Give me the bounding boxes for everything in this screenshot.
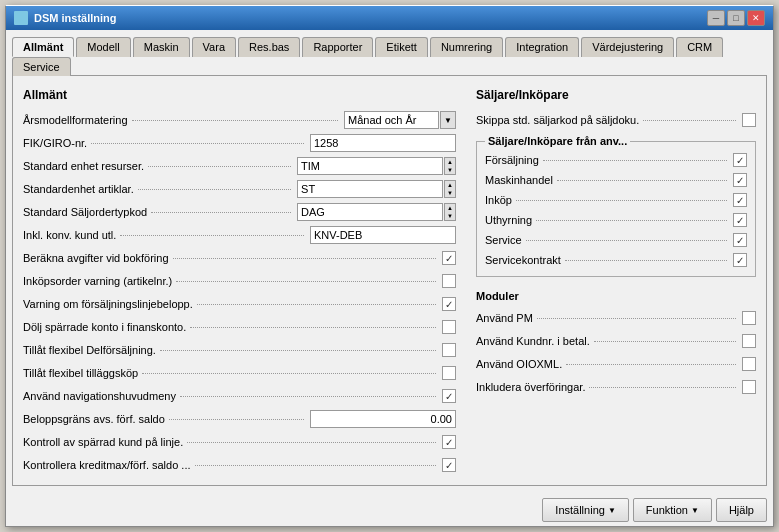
window-body: Allmänt Modell Maskin Vara Res.bas Rappo… (6, 30, 773, 492)
tab-modell[interactable]: Modell (76, 37, 130, 57)
label-kreditmax: Kontrollera kreditmax/förf. saldo ... (23, 459, 191, 471)
checkbox-anvand-kundnr[interactable] (742, 334, 756, 348)
subsection-title-saljare: Säljare/Inköpare från anv... (485, 135, 630, 147)
spin-enhet-artiklar[interactable]: ▲ ▼ (444, 180, 456, 198)
label-kontroll-spar: Kontroll av spärrad kund på linje. (23, 436, 183, 448)
field-servicekontrakt: Servicekontrakt (485, 250, 747, 270)
checkbox-anvand-pm[interactable] (742, 311, 756, 325)
tab-vardejustering[interactable]: Värdejustering (581, 37, 674, 57)
tab-service[interactable]: Service (12, 57, 71, 76)
checkbox-forsaljning[interactable] (733, 153, 747, 167)
checkbox-maskinhandel[interactable] (733, 173, 747, 187)
checkbox-kreditmax[interactable] (442, 458, 456, 472)
label-flexibel-del: Tillåt flexibel Delförsäljning. (23, 344, 156, 356)
label-inkopsorder-varning: Inköpsorder varning (artikelnr.) (23, 275, 172, 287)
label-dolj-spar: Dölj spärrade konto i finanskonto. (23, 321, 186, 333)
label-forsaljning: Försäljning (485, 154, 539, 166)
tab-etikett[interactable]: Etikett (375, 37, 428, 57)
maximize-button[interactable]: □ (727, 10, 745, 26)
field-service: Service (485, 230, 747, 250)
tab-vara[interactable]: Vara (192, 37, 236, 57)
spin-enhet-resurser[interactable]: ▲ ▼ (444, 157, 456, 175)
label-uthyrning: Uthyrning (485, 214, 532, 226)
label-maskinhandel: Maskinhandel (485, 174, 553, 186)
field-inkop: Inköp (485, 190, 747, 210)
funktion-button[interactable]: Funktion ▼ (633, 498, 712, 522)
field-anvand-pm: Använd PM (476, 308, 756, 328)
input-saljordertypkod[interactable] (297, 203, 443, 221)
label-servicekontrakt: Servicekontrakt (485, 254, 561, 266)
checkbox-servicekontrakt[interactable] (733, 253, 747, 267)
title-bar-left: DSM inställning (14, 11, 117, 25)
tab-maskin[interactable]: Maskin (133, 37, 190, 57)
field-flexibel-del: Tillåt flexibel Delförsäljning. (23, 340, 456, 360)
label-enhet-artiklar: Standardenhet artiklar. (23, 183, 134, 195)
footer: Inställning ▼ Funktion ▼ Hjälp (6, 492, 773, 526)
instllning-button[interactable]: Inställning ▼ (542, 498, 628, 522)
label-saljordertypkod: Standard Säljordertypkod (23, 206, 147, 218)
field-inkludera-overfor: Inkludera överföringar. (476, 377, 756, 397)
minimize-button[interactable]: ─ (707, 10, 725, 26)
checkbox-nav-huvud[interactable] (442, 389, 456, 403)
title-buttons: ─ □ ✕ (707, 10, 765, 26)
label-berakna-avgifter: Beräkna avgifter vid bokföring (23, 252, 169, 264)
tab-allmaent[interactable]: Allmänt (12, 37, 74, 57)
tab-resbas[interactable]: Res.bas (238, 37, 300, 57)
hjalp-label: Hjälp (729, 504, 754, 516)
field-maskinhandel: Maskinhandel (485, 170, 747, 190)
modules-title: Moduler (476, 290, 756, 302)
checkbox-service[interactable] (733, 233, 747, 247)
hjalp-button[interactable]: Hjälp (716, 498, 767, 522)
checkbox-flexibel-tillagg[interactable] (442, 366, 456, 380)
group-saljare-inlopare: Säljare/Inköpare från anv... Försäljning (476, 141, 756, 277)
label-varning-forsaljning: Varning om försäljningslinjebelopp. (23, 298, 193, 310)
checkbox-inkop[interactable] (733, 193, 747, 207)
label-aarsmodell: Årsmodellformatering (23, 114, 128, 126)
input-belopps[interactable] (310, 410, 456, 428)
tab-integration[interactable]: Integration (505, 37, 579, 57)
field-nav-huvud: Använd navigationshuvudmeny (23, 386, 456, 406)
field-varning-forsaljning: Varning om försäljningslinjebelopp. (23, 294, 456, 314)
field-konv-kund: Inkl. konv. kund utl. (23, 225, 456, 245)
field-kontroll-spar: Kontroll av spärrad kund på linje. (23, 432, 456, 452)
tab-rapporter[interactable]: Rapporter (302, 37, 373, 57)
checkbox-anvand-oioxml[interactable] (742, 357, 756, 371)
field-berakna-avgifter: Beräkna avgifter vid bokföring (23, 248, 456, 268)
left-section-title: Allmänt (23, 88, 456, 102)
checkbox-skippa-saljarkod[interactable] (742, 113, 756, 127)
checkbox-dolj-spar[interactable] (442, 320, 456, 334)
tab-numrering[interactable]: Numrering (430, 37, 503, 57)
spin-saljordertypkod[interactable]: ▲ ▼ (444, 203, 456, 221)
checkbox-varning-forsaljning[interactable] (442, 297, 456, 311)
close-button[interactable]: ✕ (747, 10, 765, 26)
label-anvand-kundnr: Använd Kundnr. i betal. (476, 335, 590, 347)
tab-crm[interactable]: CRM (676, 37, 723, 57)
input-enhet-artiklar[interactable] (297, 180, 443, 198)
tab-content: Allmänt Årsmodellformatering ▼ FIK/G (12, 76, 767, 486)
field-forsaljning: Försäljning (485, 150, 747, 170)
input-giro[interactable] (310, 134, 456, 152)
label-inkludera-overfor: Inkludera överföringar. (476, 381, 585, 393)
field-kreditmax: Kontrollera kreditmax/förf. saldo ... (23, 455, 456, 475)
label-giro: FIK/GIRO-nr. (23, 137, 87, 149)
label-enhet-resurser: Standard enhet resurser. (23, 160, 144, 172)
checkbox-berakna-avgifter[interactable] (442, 251, 456, 265)
label-inkop: Inköp (485, 194, 512, 206)
input-konv-kund[interactable] (310, 226, 456, 244)
checkbox-uthyrning[interactable] (733, 213, 747, 227)
funktion-label: Funktion (646, 504, 688, 516)
checkbox-inkopsorder-varning[interactable] (442, 274, 456, 288)
field-aarsmodell: Årsmodellformatering ▼ (23, 110, 456, 130)
instllning-label: Inställning (555, 504, 605, 516)
checkbox-inkludera-overfor[interactable] (742, 380, 756, 394)
dropdown-aarsmodell[interactable]: ▼ (440, 111, 456, 129)
checkbox-kontroll-spar[interactable] (442, 435, 456, 449)
field-skippa-saljarkod: Skippa std. säljarkod på säljdoku. (476, 110, 756, 130)
input-enhet-resurser[interactable] (297, 157, 443, 175)
input-aarsmodell[interactable] (344, 111, 439, 129)
label-anvand-pm: Använd PM (476, 312, 533, 324)
right-column: Säljare/Inköpare Skippa std. säljarkod p… (476, 86, 756, 475)
app-icon (14, 11, 28, 25)
checkbox-flexibel-del[interactable] (442, 343, 456, 357)
main-window: DSM inställning ─ □ ✕ Allmänt Modell Mas… (5, 5, 774, 527)
